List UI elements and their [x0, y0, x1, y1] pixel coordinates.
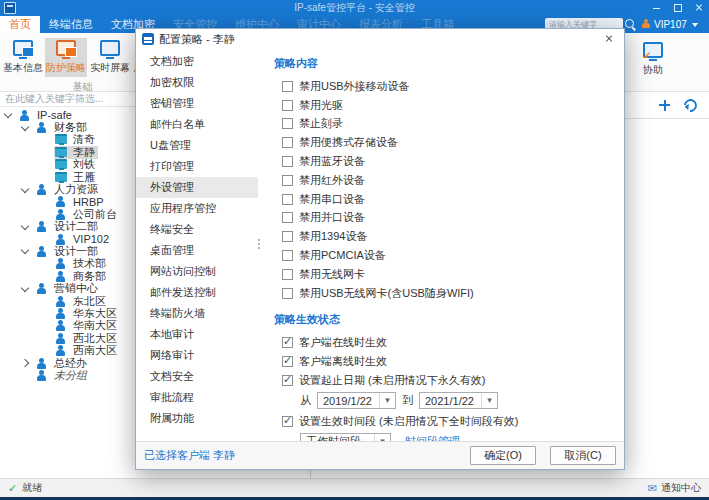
add-icon[interactable] [659, 100, 670, 111]
maximize-icon [674, 4, 682, 12]
menu-doc-security[interactable]: 文档安全 [136, 366, 258, 387]
user-icon [641, 19, 651, 29]
assist-icon: ↙ [641, 42, 665, 61]
checkbox-offline-effective[interactable]: 客户端离线时生效 [274, 352, 624, 371]
checkbox-disable-pcmcia[interactable]: 禁用PCMCIA设备 [274, 246, 624, 265]
refresh-icon[interactable] [681, 96, 699, 114]
group-icon [55, 333, 68, 344]
checkbox-disable-bluetooth[interactable]: 禁用蓝牙设备 [274, 152, 624, 171]
group-icon [55, 258, 68, 269]
menu-mail-send-control[interactable]: 邮件发送控制 [136, 282, 258, 303]
ok-button[interactable]: 确定(O) [470, 446, 536, 465]
menu-terminal-security[interactable]: 终端安全 [136, 219, 258, 240]
checkbox-icon [282, 81, 293, 92]
group-icon [36, 283, 49, 294]
checkbox-disable-usb-wifi[interactable]: 禁用USB无线网卡(含USB随身WIFI) [274, 284, 624, 303]
cancel-button[interactable]: 取消(C) [550, 446, 616, 465]
menu-local-audit[interactable]: 本地审计 [136, 324, 258, 345]
menu-desktop-management[interactable]: 桌面管理 [136, 240, 258, 261]
checkbox-online-effective[interactable]: 客户端在线时生效 [274, 333, 624, 352]
app-window: IP-safe管控平台 - 安全管控 首页 终端信息 文档加密 安全管控 维护中… [0, 0, 709, 500]
protection-policy-button[interactable]: 防护策略 [45, 38, 87, 77]
monitor-icon [11, 40, 35, 59]
tab-terminal-info[interactable]: 终端信息 [40, 16, 102, 33]
checkbox-forbid-burning[interactable]: 禁止刻录 [274, 115, 624, 134]
menu-mail-whitelist[interactable]: 邮件白名单 [136, 114, 258, 135]
chevron-down-icon [692, 23, 698, 27]
search-icon[interactable] [625, 19, 634, 28]
menu-approval-flow[interactable]: 审批流程 [136, 387, 258, 408]
basic-info-button[interactable]: 基本信息 [2, 38, 44, 77]
checkbox-icon [282, 250, 293, 261]
checkbox-disable-portable-storage[interactable]: 禁用便携式存储设备 [274, 133, 624, 152]
checkbox-date-range[interactable]: 设置起止日期 (未启用情况下永久有效) [274, 371, 624, 390]
checkbox-disable-infrared[interactable]: 禁用红外设备 [274, 171, 624, 190]
checkbox-checked-icon [282, 356, 293, 367]
checkbox-disable-serial-port[interactable]: 禁用串口设备 [274, 190, 624, 209]
menu-usb-management[interactable]: U盘管理 [136, 135, 258, 156]
checkbox-icon [282, 137, 293, 148]
checkbox-icon [282, 194, 293, 205]
checkbox-time-period[interactable]: 设置生效时间段 (未启用情况下全时间段有效) [274, 412, 624, 431]
date-to-picker[interactable]: 2021/1/22 [419, 392, 498, 409]
chevron-down-icon [21, 283, 29, 291]
group-icon [55, 271, 68, 282]
status-bar: ✓ 就绪 ✉ 通知中心 [0, 478, 709, 497]
menu-encrypt-permission[interactable]: 加密权限 [136, 72, 258, 93]
checkbox-disable-wifi-card[interactable]: 禁用无线网卡 [274, 265, 624, 284]
dialog-title-bar: 配置策略 - 李静 [136, 29, 624, 49]
terminal-icon [55, 159, 68, 170]
group-icon [36, 184, 49, 195]
dialog-close-button[interactable] [600, 31, 618, 47]
checkbox-icon [282, 156, 293, 167]
menu-network-audit[interactable]: 网络审计 [136, 345, 258, 366]
chevron-down-icon [21, 122, 29, 130]
checkbox-icon [282, 100, 293, 111]
status-ready-text: 就绪 [22, 481, 42, 495]
title-bar: IP-safe管控平台 - 安全管控 [0, 0, 709, 16]
menu-peripheral-management[interactable]: 外设管理 [136, 177, 258, 198]
date-range-row: 从 2019/1/22 到 2021/1/22 [274, 390, 624, 412]
minimize-icon [653, 8, 660, 9]
splitter-handle[interactable] [258, 239, 260, 241]
menu-website-control[interactable]: 网站访问控制 [136, 261, 258, 282]
menu-doc-encrypt[interactable]: 文档加密 [136, 51, 258, 72]
notification-center[interactable]: ✉ 通知中心 [648, 481, 701, 495]
checkbox-checked-icon [282, 416, 293, 427]
policy-config-dialog: 配置策略 - 李静 文档加密 加密权限 密钥管理 邮件白名单 U盘管理 打印管理… [135, 28, 625, 470]
group-icon [55, 345, 68, 356]
checkbox-icon [282, 231, 293, 242]
menu-app-control[interactable]: 应用程序管控 [136, 198, 258, 219]
window-title: IP-safe管控平台 - 安全管控 [100, 0, 609, 16]
minimize-button[interactable] [646, 0, 667, 16]
group-icon [55, 196, 68, 207]
envelope-icon: ✉ [648, 482, 657, 495]
close-button[interactable] [688, 0, 709, 16]
checkbox-disable-parallel-port[interactable]: 禁用并口设备 [274, 209, 624, 228]
group-icon [36, 370, 49, 381]
checkbox-disable-usb-mobile[interactable]: 禁用USB外接移动设备 [274, 77, 624, 96]
group-icon [55, 209, 68, 220]
group-icon [55, 308, 68, 319]
screen-icon [98, 40, 122, 59]
maximize-button[interactable] [667, 0, 688, 16]
date-from-picker[interactable]: 2019/1/22 [317, 392, 396, 409]
menu-terminal-firewall[interactable]: 终端防火墙 [136, 303, 258, 324]
remote-assist-button[interactable]: ↙ 协助 [633, 40, 673, 77]
menu-print-management[interactable]: 打印管理 [136, 156, 258, 177]
checkbox-disable-1394[interactable]: 禁用1394设备 [274, 227, 624, 246]
close-icon [695, 4, 703, 12]
realtime-screen-button[interactable]: 实时屏幕 [89, 38, 131, 77]
chevron-down-icon [4, 110, 12, 118]
group-icon [36, 122, 49, 133]
menu-extra-functions[interactable]: 附属功能 [136, 408, 258, 429]
user-menu[interactable]: VIP107 [654, 16, 687, 33]
notification-label: 通知中心 [661, 481, 701, 495]
group-icon [55, 320, 68, 331]
tab-home[interactable]: 首页 [0, 16, 40, 33]
checkbox-checked-icon [282, 375, 293, 386]
checkbox-disable-cdrom[interactable]: 禁用光驱 [274, 96, 624, 115]
chevron-down-icon [21, 246, 29, 254]
menu-key-management[interactable]: 密钥管理 [136, 93, 258, 114]
policy-dialog-icon [142, 33, 154, 45]
